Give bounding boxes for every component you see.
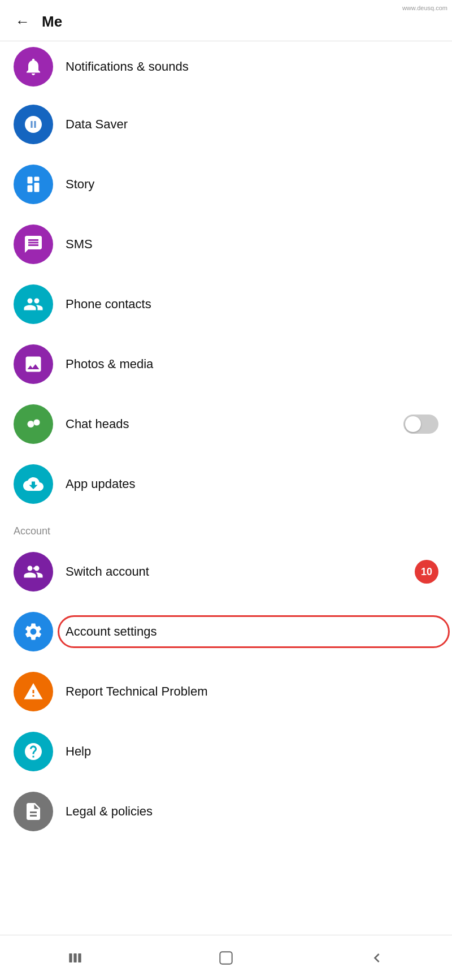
svg-rect-11 xyxy=(74,953,77,962)
settings-list: Notifications & sounds Data Saver Story xyxy=(0,41,452,887)
home-button[interactable] xyxy=(203,941,249,975)
app-updates-icon xyxy=(23,474,44,494)
account-section-label: Account xyxy=(0,514,452,542)
switch-account-icon-circle xyxy=(14,552,53,592)
photos-icon-circle xyxy=(14,344,53,384)
header: ← Me xyxy=(0,0,452,41)
list-item[interactable]: Help xyxy=(0,722,452,782)
svg-rect-12 xyxy=(79,953,81,962)
legal-policies-label: Legal & policies xyxy=(66,804,438,819)
account-settings-label: Account settings xyxy=(66,624,438,639)
list-item[interactable]: Data Saver xyxy=(0,94,452,154)
help-icon-circle xyxy=(14,732,53,771)
list-item[interactable]: App updates xyxy=(0,454,452,514)
story-label: Story xyxy=(66,177,438,192)
sms-icon-circle xyxy=(14,225,53,264)
data-saver-label: Data Saver xyxy=(66,117,438,132)
svg-rect-5 xyxy=(34,183,40,192)
story-icon-circle xyxy=(14,165,53,204)
chat-heads-icon-circle xyxy=(14,404,53,444)
photos-icon xyxy=(23,354,44,374)
list-item[interactable]: Story xyxy=(0,154,452,214)
svg-rect-4 xyxy=(28,185,33,192)
chat-heads-toggle-container xyxy=(403,415,438,434)
app-updates-icon-circle xyxy=(14,464,53,504)
page-title: Me xyxy=(42,13,62,31)
report-icon-circle xyxy=(14,672,53,711)
recent-apps-button[interactable] xyxy=(53,941,98,975)
app-updates-label: App updates xyxy=(66,477,438,491)
switch-account-badge: 10 xyxy=(415,560,438,584)
switch-account-badge-container: 10 xyxy=(415,560,438,584)
list-item[interactable]: Chat heads xyxy=(0,394,452,454)
back-icon: ← xyxy=(15,13,30,31)
chat-heads-toggle[interactable] xyxy=(403,415,438,434)
svg-rect-10 xyxy=(69,953,72,962)
list-item[interactable]: SMS xyxy=(0,214,452,274)
svg-rect-2 xyxy=(28,177,33,184)
home-icon xyxy=(217,949,235,967)
list-item[interactable]: Report Technical Problem xyxy=(0,662,452,722)
back-button[interactable]: ← xyxy=(11,10,34,33)
list-item[interactable]: Account settings xyxy=(0,602,452,662)
switch-account-icon xyxy=(23,562,44,582)
back-nav-icon xyxy=(368,949,386,967)
list-item[interactable]: Switch account 10 xyxy=(0,542,452,602)
help-label: Help xyxy=(66,744,438,759)
list-item[interactable]: Photos & media xyxy=(0,334,452,394)
bottom-navigation xyxy=(0,935,452,980)
recent-apps-icon xyxy=(66,949,84,967)
notifications-label: Notifications & sounds xyxy=(66,59,438,74)
switch-account-label: Switch account xyxy=(66,564,415,579)
chat-heads-icon xyxy=(23,414,44,434)
settings-icon xyxy=(23,621,44,642)
legal-icon-circle xyxy=(14,792,53,831)
list-item[interactable]: Phone contacts xyxy=(0,274,452,334)
chat-heads-label: Chat heads xyxy=(66,417,403,431)
watermark: www.deusq.com xyxy=(402,5,447,11)
report-problem-label: Report Technical Problem xyxy=(66,684,438,699)
phone-contacts-icon-circle xyxy=(14,284,53,324)
sms-icon xyxy=(23,234,44,254)
legal-icon xyxy=(23,801,44,822)
report-icon xyxy=(23,681,44,702)
toggle-knob xyxy=(405,416,421,432)
account-settings-icon-circle xyxy=(14,612,53,651)
help-icon xyxy=(23,741,44,762)
contacts-icon xyxy=(23,294,44,314)
svg-rect-13 xyxy=(220,952,232,964)
back-nav-button[interactable] xyxy=(354,941,399,975)
sms-label: SMS xyxy=(66,237,438,252)
data-saver-icon xyxy=(23,114,44,135)
highlight-oval xyxy=(58,615,450,648)
list-item[interactable]: Notifications & sounds xyxy=(0,41,452,94)
story-icon xyxy=(23,174,44,195)
photos-media-label: Photos & media xyxy=(66,357,438,372)
phone-contacts-label: Phone contacts xyxy=(66,297,438,312)
notifications-icon-circle xyxy=(14,47,53,87)
list-item[interactable]: Legal & policies xyxy=(0,782,452,841)
data-saver-icon-circle xyxy=(14,105,53,144)
svg-point-8 xyxy=(34,420,40,425)
bell-icon xyxy=(23,57,44,77)
svg-rect-3 xyxy=(34,177,40,182)
